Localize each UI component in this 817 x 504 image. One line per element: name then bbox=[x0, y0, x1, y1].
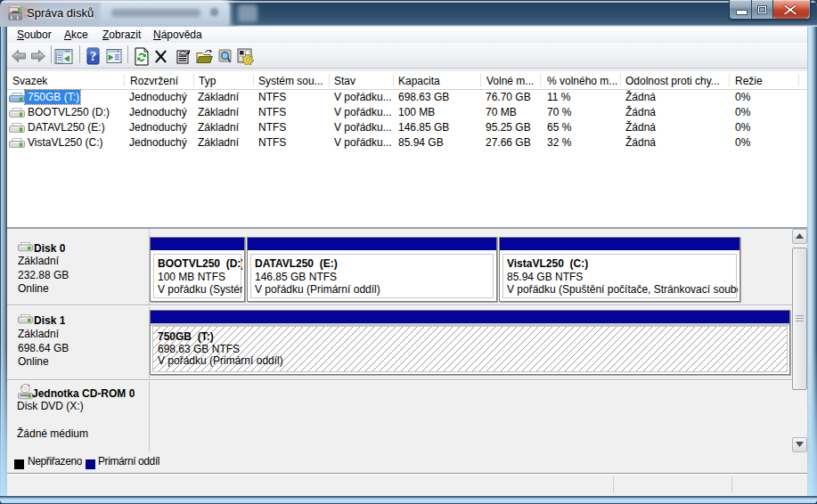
svg-text:?: ? bbox=[90, 50, 96, 63]
